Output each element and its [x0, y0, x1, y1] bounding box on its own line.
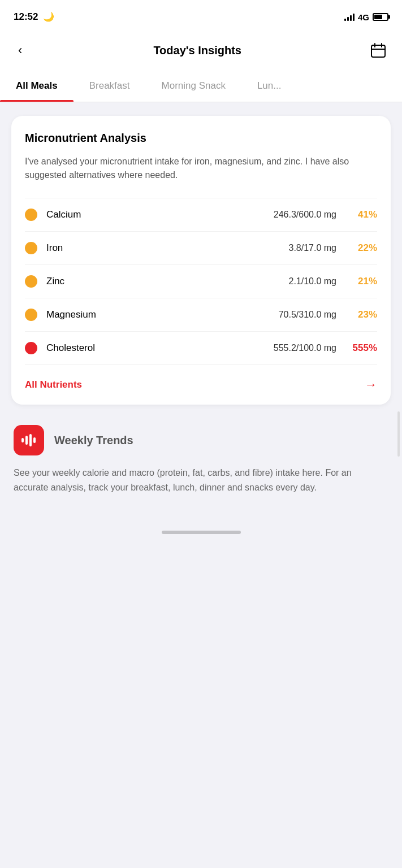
zinc-value: 2.1/10.0 mg: [289, 276, 337, 287]
header: ‹ Today's Insights: [0, 31, 402, 70]
calendar-button[interactable]: [368, 40, 388, 60]
tab-morning-snack[interactable]: Morning Snack: [146, 70, 241, 102]
calcium-value: 246.3/600.0 mg: [274, 210, 336, 220]
nutrient-row-zinc: Zinc 2.1/10.0 mg 21%: [25, 264, 377, 298]
nutrient-row-iron: Iron 3.8/17.0 mg 22%: [25, 231, 377, 264]
iron-percent: 22%: [348, 242, 377, 254]
home-bar: [0, 522, 402, 548]
card-description: I've analysed your micronutrient intake …: [25, 155, 377, 182]
all-nutrients-link[interactable]: All Nutrients →: [25, 364, 377, 405]
home-indicator: [162, 531, 241, 534]
status-icons: 4G: [344, 12, 388, 22]
cholesterol-dot: [25, 342, 37, 354]
all-nutrients-label: All Nutrients: [25, 379, 82, 390]
magnesium-dot: [25, 309, 37, 321]
page-title: Today's Insights: [153, 44, 241, 57]
calcium-percent: 41%: [348, 209, 377, 220]
zinc-name: Zinc: [46, 276, 289, 287]
tab-lunch[interactable]: Lun...: [241, 70, 297, 102]
moon-icon: 🌙: [43, 11, 54, 22]
svg-rect-4: [21, 438, 24, 442]
network-type: 4G: [358, 12, 369, 22]
nutrient-row-calcium: Calcium 246.3/600.0 mg 41%: [25, 198, 377, 231]
scroll-indicator: [397, 411, 400, 457]
main-content: Micronutrient Analysis I've analysed you…: [0, 102, 402, 522]
svg-rect-6: [29, 434, 32, 446]
tab-all-meals[interactable]: All Meals: [0, 70, 74, 102]
weekly-trends-header: Weekly Trends: [14, 425, 388, 455]
tab-breakfast[interactable]: Breakfast: [74, 70, 146, 102]
weekly-trends-section: Weekly Trends See your weekly calorie an…: [11, 420, 391, 508]
weekly-trends-title: Weekly Trends: [54, 434, 133, 447]
zinc-dot: [25, 275, 37, 288]
iron-value: 3.8/17.0 mg: [289, 243, 337, 253]
svg-rect-0: [371, 45, 385, 57]
calcium-dot: [25, 209, 37, 221]
status-time: 12:52 🌙: [14, 11, 54, 23]
cholesterol-value: 555.2/100.0 mg: [274, 343, 336, 353]
iron-dot: [25, 242, 37, 254]
tabs-container: All Meals Breakfast Morning Snack Lun...: [0, 70, 402, 102]
back-button[interactable]: ‹: [14, 41, 27, 60]
magnesium-percent: 23%: [348, 309, 377, 320]
signal-bars-icon: [344, 13, 355, 21]
status-bar: 12:52 🌙 4G: [0, 0, 402, 31]
battery-icon: [373, 13, 388, 21]
micronutrient-card: Micronutrient Analysis I've analysed you…: [11, 116, 391, 405]
waveform-icon: [20, 432, 37, 449]
calcium-name: Calcium: [46, 209, 274, 220]
zinc-percent: 21%: [348, 276, 377, 287]
cholesterol-percent: 555%: [348, 342, 377, 354]
nutrient-row-cholesterol: Cholesterol 555.2/100.0 mg 555%: [25, 331, 377, 364]
arrow-right-icon: →: [365, 377, 377, 392]
weekly-trends-description: See your weekly calorie and macro (prote…: [14, 466, 388, 494]
calendar-icon: [370, 42, 386, 58]
svg-rect-5: [25, 436, 28, 445]
card-title: Micronutrient Analysis: [25, 132, 377, 145]
magnesium-name: Magnesium: [46, 309, 279, 320]
nutrient-row-magnesium: Magnesium 70.5/310.0 mg 23%: [25, 298, 377, 331]
trends-icon: [14, 425, 44, 455]
cholesterol-name: Cholesterol: [46, 342, 274, 354]
magnesium-value: 70.5/310.0 mg: [279, 310, 336, 320]
iron-name: Iron: [46, 242, 289, 254]
svg-rect-7: [33, 437, 36, 443]
